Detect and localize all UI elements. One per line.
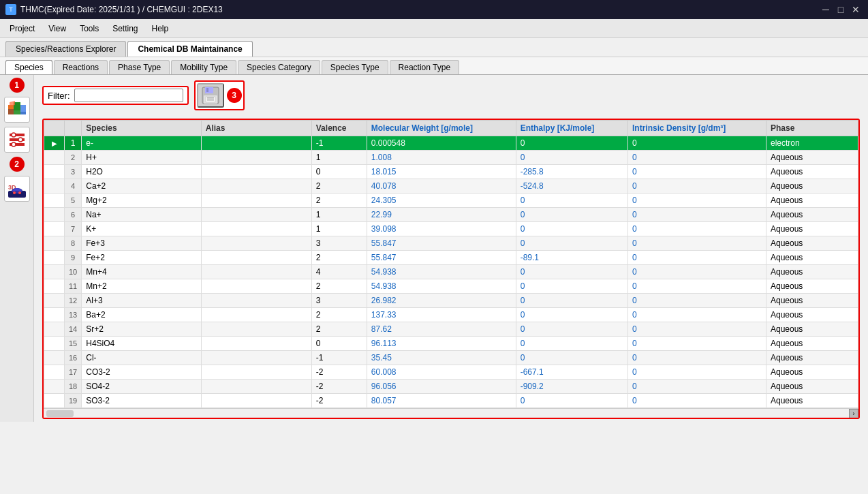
cell-molWeight: 39.098 [367,222,516,236]
cell-phase: Aqueous [766,394,858,408]
cell-enthalpy: -667.1 [516,365,627,380]
outer-tab-strip: Species/Reactions Explorer Chemical DB M… [0,38,868,57]
table-row[interactable]: 9Fe+2255.847-89.10Aqueous [44,251,858,265]
cell-molWeight: 137.33 [367,308,516,322]
cell-enthalpy: -285.8 [516,165,627,179]
row-arrow-cell [44,165,65,179]
cell-species: SO3-2 [82,394,202,408]
tab-species[interactable]: Species [5,60,52,74]
row-number: 5 [65,194,82,208]
save-section: 3 [194,80,245,110]
title-bar: T THMC(Expired Date: 2025/1/31 ) / CHEMG… [0,0,868,19]
row-number: 6 [65,208,82,222]
filter-section: Filter: [42,86,189,105]
row-number: 7 [65,222,82,236]
cell-phase: Aqueous [766,251,858,265]
badge-1: 1 [10,78,25,93]
table-row[interactable]: 19SO3-2-280.05700Aqueous [44,394,858,408]
table-row[interactable]: 5Mg+2224.30500Aqueous [44,194,858,208]
cell-species: Mg+2 [82,194,202,208]
menu-tools[interactable]: Tools [73,21,106,36]
save-button[interactable] [197,83,224,108]
map-icon[interactable] [4,97,30,123]
cell-alias [201,208,311,222]
3d-icon[interactable]: 3D [4,176,30,202]
table-scroll[interactable]: Species Alias Valence Molecular Weight [… [44,120,858,408]
tab-species-reactions-explorer[interactable]: Species/Reactions Explorer [5,41,126,57]
col-header-species: Species [82,121,202,136]
tab-phase-type[interactable]: Phase Type [109,60,170,74]
horizontal-scrollbar[interactable]: › [44,408,858,418]
row-arrow-cell [44,308,65,322]
table-row[interactable]: 12Al+3326.98200Aqueous [44,294,858,308]
cell-valence: -2 [311,394,367,408]
table-row[interactable]: 7K+139.09800Aqueous [44,222,858,236]
tab-chemical-db[interactable]: Chemical DB Maintainance [127,41,252,57]
menu-help[interactable]: Help [145,21,176,36]
svg-point-11 [18,138,22,142]
table-row[interactable]: 15H4SiO4096.11300Aqueous [44,337,858,351]
cell-molWeight: 0.000548 [367,136,516,151]
row-arrow-cell [44,351,65,365]
cell-intrinsic: 0 [627,251,766,265]
tab-species-category[interactable]: Species Category [238,60,320,74]
filter-input[interactable] [74,89,183,102]
row-arrow-cell [44,322,65,337]
table-row[interactable]: ▶1e--10.00054800electron [44,136,858,151]
sidebar: 1 2 [0,75,34,422]
cell-alias [201,265,311,279]
svg-rect-19 [205,87,213,93]
cell-enthalpy: 0 [516,136,627,151]
row-arrow-cell [44,279,65,294]
table-row[interactable]: 6Na+122.9900Aqueous [44,208,858,222]
cell-enthalpy: 0 [516,337,627,351]
svg-rect-20 [206,88,208,92]
cell-valence: 2 [311,251,367,265]
cell-intrinsic: 0 [627,279,766,294]
tab-mobility-type[interactable]: Mobility Type [171,60,236,74]
cell-enthalpy: 0 [516,236,627,251]
cell-alias [201,251,311,265]
cell-valence: -2 [311,365,367,380]
menu-setting[interactable]: Setting [106,21,144,36]
table-row[interactable]: 16Cl--135.4500Aqueous [44,351,858,365]
cell-enthalpy: 0 [516,222,627,236]
cell-species: Fe+3 [82,236,202,251]
table-row[interactable]: 14Sr+2287.6200Aqueous [44,322,858,337]
cell-valence: 0 [311,337,367,351]
cell-phase: Aqueous [766,222,858,236]
cell-intrinsic: 0 [627,179,766,194]
table-row[interactable]: 4Ca+2240.078-524.80Aqueous [44,179,858,194]
close-button[interactable]: ✕ [849,3,863,16]
cell-valence: 2 [311,322,367,337]
svg-rect-1 [8,109,14,114]
tab-reactions[interactable]: Reactions [54,60,108,74]
cell-molWeight: 1.008 [367,151,516,165]
tab-species-type[interactable]: Species Type [322,60,388,74]
cell-phase: Aqueous [766,351,858,365]
table-row[interactable]: 11Mn+2254.93800Aqueous [44,279,858,294]
settings-icon[interactable] [4,127,30,153]
table-row[interactable]: 18SO4-2-296.056-909.20Aqueous [44,380,858,394]
menu-view[interactable]: View [42,21,73,36]
table-row[interactable]: 13Ba+22137.3300Aqueous [44,308,858,322]
menu-project[interactable]: Project [3,21,42,36]
cell-valence: -1 [311,351,367,365]
cell-enthalpy: 0 [516,351,627,365]
tab-reaction-type[interactable]: Reaction Type [390,60,460,74]
cell-intrinsic: 0 [627,208,766,222]
cell-alias [201,322,311,337]
table-row[interactable]: 2H+11.00800Aqueous [44,151,858,165]
table-row[interactable]: 17CO3-2-260.008-667.10Aqueous [44,365,858,380]
table-row[interactable]: 10Mn+4454.93800Aqueous [44,265,858,279]
scroll-right-btn[interactable]: › [849,409,858,418]
maximize-button[interactable]: □ [834,3,848,16]
table-row[interactable]: 8Fe+3355.84700Aqueous [44,236,858,251]
cell-molWeight: 24.305 [367,194,516,208]
cell-intrinsic: 0 [627,236,766,251]
table-row[interactable]: 3H2O018.015-285.80Aqueous [44,165,858,179]
col-header-molweight: Molecular Weight [g/mole] [367,121,516,136]
cell-alias [201,337,311,351]
row-number: 11 [65,279,82,294]
minimize-button[interactable]: ─ [819,3,833,16]
